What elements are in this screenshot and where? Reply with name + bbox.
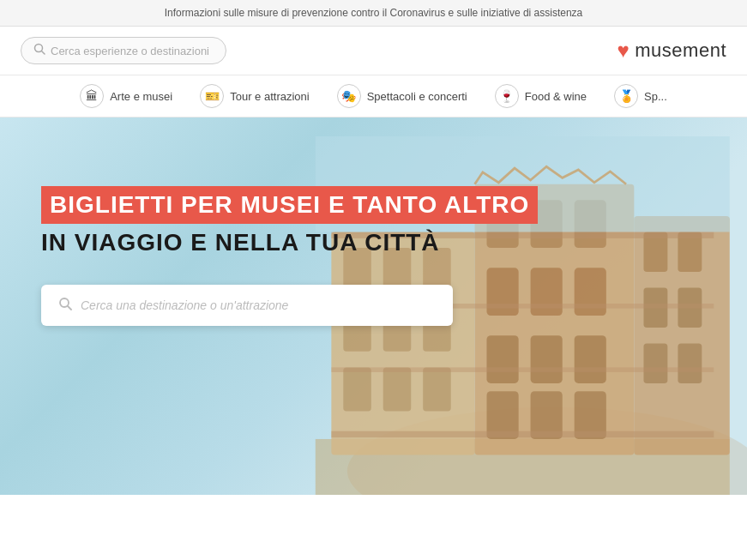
header-search-container[interactable] [21, 37, 226, 64]
sport-label: Sp... [644, 90, 667, 103]
svg-line-1 [42, 51, 45, 55]
svg-rect-13 [424, 367, 452, 411]
spettacoli-concerti-label: Spettacoli e concerti [367, 90, 467, 103]
svg-rect-23 [575, 335, 606, 383]
tour-attrazioni-label: Tour e attrazioni [230, 90, 310, 103]
svg-rect-37 [332, 431, 714, 437]
header: ♥ musement [0, 27, 747, 75]
category-item-sport[interactable]: 🏅Sp... [614, 84, 667, 108]
hero-title-orange: BIGLIETTI PER MUSEI E TANTO ALTRO [41, 186, 538, 224]
category-item-spettacoli-concerti[interactable]: 🎭Spettacoli e concerti [337, 84, 467, 108]
sport-icon: 🏅 [614, 84, 638, 108]
header-search-input[interactable] [51, 45, 214, 57]
svg-rect-36 [332, 367, 714, 372]
arte-musei-icon: 🏛 [80, 84, 104, 108]
hero-section: BIGLIETTI PER MUSEI E TANTO ALTRO IN VIA… [0, 117, 747, 495]
svg-rect-11 [344, 367, 372, 411]
food-wine-icon: 🍷 [495, 84, 519, 108]
svg-line-40 [68, 306, 71, 310]
arte-musei-label: Arte e musei [110, 90, 172, 103]
banner-text: Informazioni sulle misure di prevenzione… [165, 7, 583, 19]
category-item-food-wine[interactable]: 🍷Food & wine [495, 84, 587, 108]
svg-rect-22 [531, 335, 563, 383]
hero-search-bar[interactable] [41, 285, 453, 326]
logo-text: musement [635, 39, 726, 62]
svg-rect-32 [644, 344, 668, 383]
hero-title-black: IN VIAGGIO E NELLA TUA CITTÀ [41, 227, 538, 258]
tour-attrazioni-icon: 🎫 [200, 84, 224, 108]
top-banner: Informazioni sulle misure di prevenzione… [0, 0, 747, 27]
food-wine-label: Food & wine [525, 90, 587, 103]
svg-rect-20 [575, 268, 606, 316]
hero-search-icon [58, 297, 72, 314]
header-search-icon [33, 43, 45, 58]
svg-rect-21 [487, 335, 519, 383]
logo-heart-icon: ♥ [617, 39, 630, 63]
hero-search-input[interactable] [81, 298, 436, 312]
category-nav: 🏛Arte e musei🎫Tour e attrazioni🎭Spettaco… [0, 75, 747, 117]
spettacoli-concerti-icon: 🎭 [337, 84, 361, 108]
hero-content: BIGLIETTI PER MUSEI E TANTO ALTRO IN VIA… [41, 186, 538, 326]
svg-rect-12 [383, 367, 412, 411]
category-item-arte-musei[interactable]: 🏛Arte e musei [80, 84, 172, 108]
category-item-tour-attrazioni[interactable]: 🎫Tour e attrazioni [200, 84, 310, 108]
logo[interactable]: ♥ musement [617, 39, 726, 63]
svg-rect-33 [678, 344, 702, 383]
